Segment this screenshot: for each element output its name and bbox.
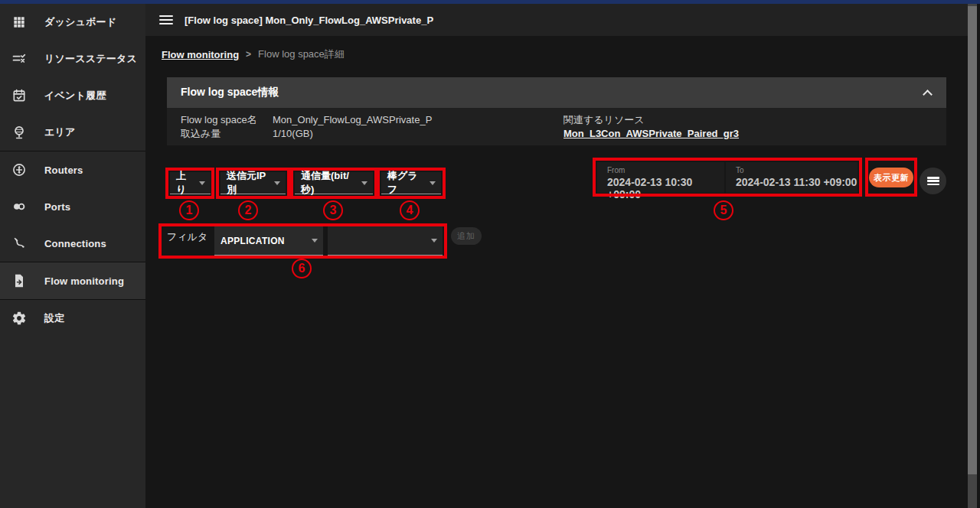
- sidebar-item-label: ダッシュボード: [44, 15, 116, 29]
- chevron-down-icon: [274, 181, 280, 185]
- chevron-down-icon: [199, 181, 205, 185]
- sidebar-item-label: 設定: [44, 311, 64, 325]
- sidebar-item-label: イベント履歴: [44, 89, 106, 103]
- sidebar-item-connections[interactable]: Connections: [0, 225, 145, 262]
- chevron-down-icon: [430, 181, 436, 185]
- flow-log-space-info-panel: Flow log space情報 Flow log space名 取込み量 Mo…: [167, 77, 946, 145]
- metric-select[interactable]: 通信量(bit/秒): [295, 172, 373, 194]
- to-datetime-field[interactable]: To 2024-02-13 11:30 +09:00: [726, 162, 858, 193]
- to-label: To: [736, 166, 858, 174]
- annotation-number-2: 2: [238, 200, 258, 220]
- from-value: 2024-02-13 10:30 +09:00: [607, 176, 724, 200]
- event-history-icon: [11, 87, 28, 104]
- chevron-down-icon: [312, 239, 318, 243]
- chevron-down-icon: [361, 181, 368, 185]
- menu-icon: [927, 177, 939, 185]
- connections-icon: [11, 235, 28, 252]
- sidebar-item-label: リソースステータス: [44, 52, 137, 66]
- info-fields: Flow log space名 取込み量 Mon_Only_FlowLog_AW…: [181, 113, 432, 141]
- sidebar-item-event-history[interactable]: イベント履歴: [0, 77, 145, 114]
- field-label: 取込み量: [181, 127, 273, 141]
- app-window: ダッシュボード リソースステータス イベント履歴 エリア Routers: [0, 0, 980, 508]
- info-panel-title: Flow log space情報: [181, 86, 279, 99]
- area-icon: [11, 124, 28, 141]
- from-label: From: [607, 166, 724, 174]
- settings-icon: [11, 310, 28, 327]
- more-menu-button[interactable]: [920, 168, 946, 194]
- filter-label: フィルタ: [167, 230, 207, 244]
- annotation-number-4: 4: [400, 200, 420, 220]
- chevron-down-icon: [431, 239, 437, 243]
- breadcrumb-current: Flow log space詳細: [258, 47, 345, 61]
- info-panel-header[interactable]: Flow log space情報: [167, 77, 946, 108]
- charttype-select[interactable]: 棒グラフ: [381, 172, 441, 194]
- chevron-up-icon[interactable]: [923, 90, 933, 99]
- groupby-select[interactable]: 送信元IP別: [220, 172, 286, 194]
- related-resource-label: 関連するリソース: [564, 113, 739, 127]
- sidebar-item-settings[interactable]: 設定: [0, 300, 145, 337]
- annotation-number-6: 6: [292, 259, 312, 278]
- sidebar-item-label: Routers: [44, 164, 83, 176]
- sidebar-item-label: エリア: [44, 125, 76, 139]
- router-icon: [11, 161, 28, 178]
- field-label: Flow log space名: [181, 113, 273, 127]
- filter-value-select[interactable]: [328, 226, 443, 256]
- filter-type-select[interactable]: APPLICATION: [214, 226, 323, 256]
- to-value: 2024-02-13 11:30 +09:00: [736, 176, 858, 188]
- breadcrumb-link-flow-monitoring[interactable]: Flow monitoring: [162, 49, 239, 60]
- sidebar-item-resource-status[interactable]: リソースステータス: [0, 41, 145, 77]
- app-bar: [Flow log space] Mon_Only_FlowLog_AWSPri…: [145, 4, 968, 36]
- vertical-scrollbar: [968, 4, 977, 508]
- related-resource-link[interactable]: Mon_L3Con_AWSPrivate_Paired_gr3: [564, 127, 739, 141]
- refresh-button[interactable]: 表示更新: [869, 168, 913, 187]
- related-resource: 関連するリソース Mon_L3Con_AWSPrivate_Paired_gr3: [564, 113, 739, 141]
- apps-icon: [11, 14, 28, 31]
- add-filter-button[interactable]: 追加: [451, 227, 482, 245]
- top-accent-strip: [0, 0, 980, 4]
- sidebar-item-label: Connections: [44, 238, 106, 249]
- field-value: 1/10(GB): [273, 127, 432, 141]
- scrollbar-thumb[interactable]: [968, 6, 977, 474]
- breadcrumb-separator: >: [246, 49, 251, 60]
- menu-icon[interactable]: [159, 15, 173, 24]
- sidebar-item-label: Ports: [44, 201, 70, 213]
- metric-select-value: 通信量(bit/秒): [301, 169, 355, 197]
- sidebar-item-label: Flow monitoring: [44, 275, 124, 287]
- sidebar-item-dashboard[interactable]: ダッシュボード: [0, 4, 145, 41]
- direction-select-value: 上り: [176, 169, 193, 197]
- annotation-number-3: 3: [323, 200, 343, 220]
- info-panel-body: Flow log space名 取込み量 Mon_Only_FlowLog_AW…: [167, 108, 946, 145]
- from-datetime-field[interactable]: From 2024-02-13 10:30 +09:00: [597, 162, 724, 193]
- direction-select[interactable]: 上り: [170, 172, 211, 194]
- annotation-number-5: 5: [714, 200, 733, 220]
- resource-status-icon: [11, 50, 28, 67]
- sidebar-item-flow-monitoring[interactable]: Flow monitoring: [0, 262, 145, 299]
- flow-monitoring-icon: [11, 272, 28, 289]
- annotation-number-1: 1: [179, 200, 199, 220]
- sidebar-item-area[interactable]: エリア: [0, 114, 145, 151]
- breadcrumb: Flow monitoring > Flow log space詳細: [162, 47, 345, 61]
- groupby-select-value: 送信元IP別: [227, 169, 268, 197]
- sidebar: ダッシュボード リソースステータス イベント履歴 エリア Routers: [0, 4, 145, 508]
- filter-type-value: APPLICATION: [220, 236, 285, 246]
- sidebar-item-ports[interactable]: Ports: [0, 188, 145, 225]
- charttype-select-value: 棒グラフ: [387, 169, 423, 197]
- field-value: Mon_Only_FlowLog_AWSPrivate_P: [273, 113, 432, 127]
- sidebar-item-routers[interactable]: Routers: [0, 151, 145, 188]
- ports-icon: [11, 198, 28, 215]
- page-title: [Flow log space] Mon_Only_FlowLog_AWSPri…: [185, 15, 433, 26]
